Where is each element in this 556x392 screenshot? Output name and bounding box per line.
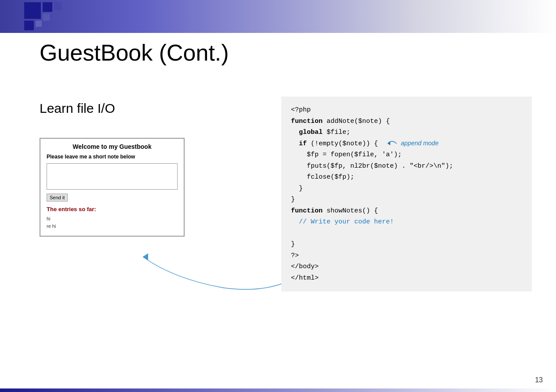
code-line-4: if (!empty($note)) { append mode: [291, 138, 522, 150]
code-line-3: global $file;: [291, 127, 522, 138]
entry-1: hi: [47, 215, 178, 223]
send-button[interactable]: Send it: [47, 194, 68, 201]
code-line-2: function addNote($note) {: [291, 116, 522, 127]
header-squares: [24, 2, 77, 31]
bottom-decoration: [0, 388, 556, 392]
slide: GuestBook (Cont.) Learn file I/O Welcome…: [0, 0, 556, 392]
svg-rect-4: [43, 14, 50, 21]
guestbook-subtitle: Please leave me a short note below: [47, 154, 178, 160]
code-line-6: fputs($fp, nl2br($note) . "<br/>\n");: [291, 161, 522, 172]
page-number: 13: [535, 376, 543, 384]
code-line-7: fclose($fp);: [291, 172, 522, 183]
code-line-1: <?php: [291, 104, 522, 116]
left-content: Learn file I/O Welcome to my Guestbook P…: [40, 101, 277, 237]
slide-title: GuestBook (Cont.): [40, 40, 229, 66]
svg-rect-1: [43, 2, 52, 12]
code-line-8: }: [291, 183, 522, 194]
code-line-10: function showNotes() {: [291, 205, 522, 217]
svg-rect-2: [24, 21, 34, 30]
code-line-12: [291, 228, 522, 239]
guestbook-mockup: Welcome to my Guestbook Please leave me …: [40, 138, 185, 237]
code-line-14: ?>: [291, 250, 522, 262]
header-decoration: [0, 0, 556, 33]
code-line-9: }: [291, 194, 522, 205]
code-line-16: </html>: [291, 273, 522, 284]
curved-arrow-icon: [86, 244, 301, 301]
svg-rect-0: [24, 2, 41, 19]
guestbook-title: Welcome to my Guestbook: [47, 143, 178, 150]
code-line-15: </body>: [291, 261, 522, 273]
code-block: <?php function addNote($note) { global $…: [281, 97, 532, 291]
svg-marker-6: [143, 253, 148, 260]
guestbook-textarea[interactable]: [47, 163, 178, 190]
entry-2: re hi: [47, 223, 178, 230]
code-line-11: // Write your code here!: [291, 216, 522, 228]
annotation-append-mode: append mode: [401, 138, 439, 149]
code-line-13: }: [291, 239, 522, 250]
learn-label: Learn file I/O: [40, 101, 277, 116]
svg-rect-5: [36, 21, 42, 27]
svg-rect-3: [54, 2, 62, 10]
entries-label: The entries so far:: [47, 206, 178, 212]
code-line-5: $fp = fopen($file, 'a');: [291, 149, 522, 161]
